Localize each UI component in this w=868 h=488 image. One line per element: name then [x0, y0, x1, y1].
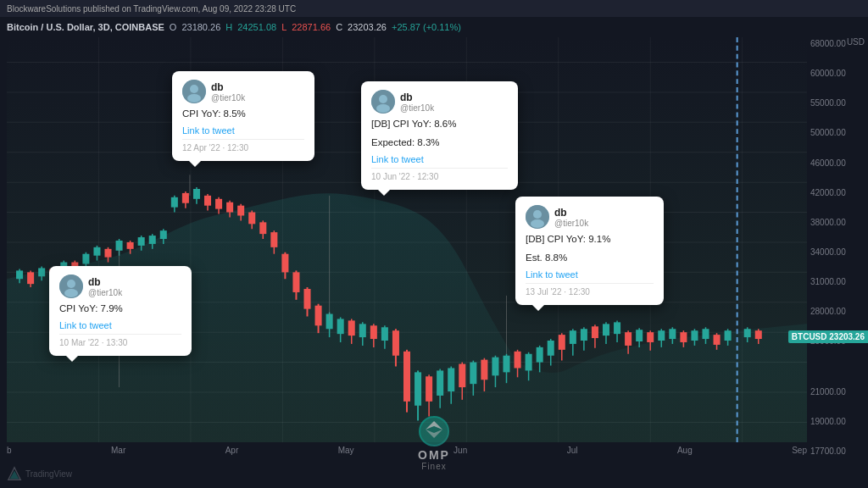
svg-rect-53	[182, 193, 189, 203]
svg-rect-153	[744, 329, 751, 337]
svg-rect-35	[82, 254, 89, 264]
popup1-avatar	[59, 274, 83, 298]
svg-rect-107	[481, 360, 487, 380]
symbol-full: / U.S. Dollar, 3D, COINBASE	[41, 22, 164, 32]
svg-rect-155	[755, 330, 762, 339]
x-axis: b Mar Apr May Jun Jul Aug Sep	[7, 442, 807, 458]
price-31000: 31000.00	[810, 277, 865, 286]
popup4-link[interactable]: Link to tweet	[526, 269, 654, 280]
svg-rect-105	[470, 363, 476, 385]
popup3-name: db	[400, 92, 434, 103]
popup2-avatar	[182, 80, 206, 103]
symbol-label: Bitcoin / U.S. Dollar, 3D, COINBASE	[7, 22, 164, 32]
omp-sub: Finex	[421, 462, 446, 471]
popup1-handle: @tier10k	[88, 288, 122, 297]
svg-rect-135	[636, 330, 643, 341]
bitcoin-label: Bitcoin	[7, 22, 38, 32]
popup3-avatar	[371, 90, 395, 114]
svg-rect-129	[603, 324, 609, 336]
tradingview-logo-icon	[7, 466, 22, 481]
popup3-date: 10 Jun '22 · 12:30	[371, 172, 508, 181]
svg-rect-93	[403, 352, 410, 402]
omp-name: OMP	[418, 448, 450, 462]
svg-rect-113	[515, 352, 521, 369]
popup4-handle: @tier10k	[554, 219, 588, 228]
svg-rect-45	[138, 237, 145, 246]
price-55000: 55000.00	[810, 98, 865, 108]
popup4-header: db @tier10k	[526, 205, 654, 229]
popup2-divider	[182, 139, 304, 140]
svg-rect-89	[381, 327, 388, 341]
chart-header: Bitcoin / U.S. Dollar, 3D, COINBASE O 23…	[7, 17, 817, 37]
popup1-header: db @tier10k	[59, 274, 181, 298]
svg-rect-143	[680, 332, 687, 342]
svg-rect-65	[248, 213, 255, 225]
svg-rect-95	[415, 372, 421, 405]
close-label: C	[336, 22, 342, 32]
svg-point-172	[531, 219, 544, 228]
svg-rect-63	[237, 206, 244, 216]
high-label: H	[225, 22, 232, 32]
popup3-divider	[371, 168, 508, 169]
tweet-popup-3: db @tier10k [DB] CPI YoY: 8.6% Expected:…	[361, 81, 518, 190]
low-value: 22871.66	[292, 22, 331, 32]
open-label: O	[170, 22, 177, 32]
price-38000: 38000.00	[810, 218, 865, 227]
tradingview-label: TradingView	[25, 469, 72, 479]
tweet-popup-1: db @tier10k CPI YoY: 7.9% Link to tweet …	[49, 266, 192, 356]
popup1-user-info: db @tier10k	[88, 276, 122, 297]
svg-rect-43	[127, 242, 134, 249]
popup2-name: db	[211, 81, 245, 93]
svg-rect-69	[270, 232, 277, 247]
popup2-text: CPI YoY: 8.5%	[182, 107, 304, 120]
popup3-link[interactable]: Link to tweet	[371, 154, 508, 164]
xaxis-may: May	[338, 446, 354, 455]
price-46000: 46000.00	[810, 158, 865, 168]
close-value: 23203.26	[348, 22, 387, 32]
svg-rect-145	[691, 330, 698, 341]
svg-rect-27	[38, 268, 45, 276]
popup1-date: 10 Mar '22 · 13:30	[59, 338, 181, 347]
svg-rect-115	[526, 354, 532, 371]
svg-rect-77	[315, 306, 322, 326]
svg-rect-49	[160, 230, 167, 239]
svg-rect-101	[448, 368, 454, 391]
popup2-date: 12 Apr '22 · 12:30	[182, 143, 304, 152]
popup3-handle: @tier10k	[400, 103, 434, 113]
svg-rect-71	[281, 254, 288, 273]
svg-rect-91	[392, 330, 399, 356]
change-value: +25.87 (+0.11%)	[392, 22, 461, 32]
svg-point-168	[379, 95, 387, 103]
price-28000: 28000.00	[810, 307, 865, 316]
price-21000: 21000.00	[810, 387, 865, 396]
popup2-handle: @tier10k	[211, 93, 245, 103]
price-42000: 42000.00	[810, 188, 865, 197]
svg-rect-133	[625, 332, 632, 346]
popup3-extra: Expected: 8.3%	[371, 136, 508, 149]
chart-container: BlockwareSolutions published on TradingV…	[0, 0, 868, 488]
price-19000: 19000.00	[810, 417, 865, 426]
high-value: 24251.08	[237, 22, 276, 32]
price-50000: 50000.00	[810, 128, 865, 137]
tweet-popup-2: db @tier10k CPI YoY: 8.5% Link to tweet …	[172, 71, 314, 161]
svg-rect-39	[104, 249, 111, 258]
price-34000: 34000.00	[810, 247, 865, 257]
svg-rect-109	[492, 358, 498, 376]
btc-price-badge: BTCUSD 23203.26	[788, 330, 868, 343]
svg-rect-117	[537, 347, 543, 363]
svg-rect-149	[714, 335, 721, 345]
popup1-link[interactable]: Link to tweet	[59, 320, 181, 330]
svg-rect-25	[27, 272, 34, 284]
xaxis-aug: Aug	[677, 446, 693, 455]
tradingview-watermark: TradingView	[7, 466, 72, 481]
svg-point-162	[67, 280, 75, 288]
svg-rect-23	[16, 270, 23, 279]
y-axis: 68000.00 60000.00 55000.00 50000.00 4600…	[807, 37, 868, 458]
svg-point-166	[187, 94, 201, 103]
xaxis-mar: Mar	[111, 446, 125, 455]
svg-rect-121	[559, 335, 565, 350]
price-60000: 60000.00	[810, 69, 865, 78]
popup4-divider	[526, 283, 654, 284]
popup4-name: db	[554, 207, 588, 219]
popup2-link[interactable]: Link to tweet	[182, 125, 304, 136]
